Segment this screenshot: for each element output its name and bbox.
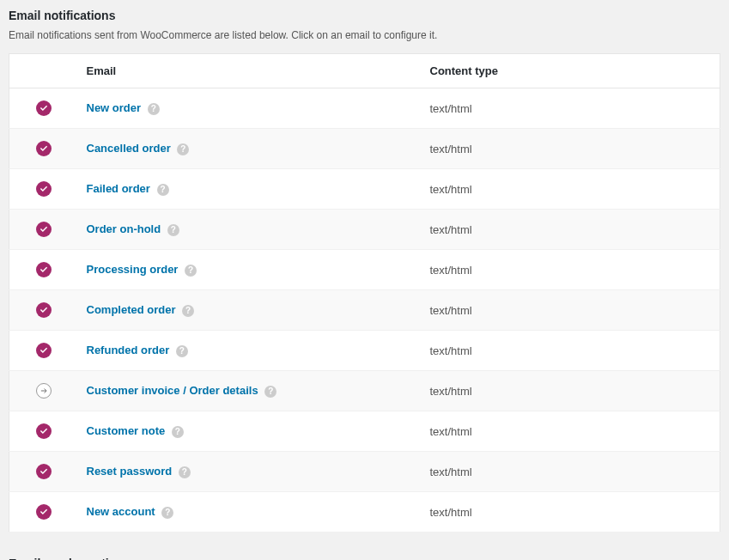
email-link[interactable]: New order [87,101,142,114]
content-type-cell: text/html [422,88,720,129]
arrow-right-icon [36,383,52,399]
status-cell [9,88,78,129]
email-cell: Refunded order ? [78,331,422,371]
status-cell [9,129,78,169]
email-cell: Processing order ? [78,250,422,290]
table-row: Customer note ?text/html [9,411,720,452]
help-icon[interactable]: ? [185,265,197,277]
content-type-cell: text/html [422,129,720,169]
email-notifications-table: Email Content type New order ?text/html … [9,53,720,533]
help-icon[interactable]: ? [177,143,189,155]
content-type-cell: text/html [422,290,720,331]
column-header-content-type: Content type [422,54,720,88]
table-row: Reset password ?text/html [9,452,720,492]
email-cell: Failed order ? [78,169,422,210]
email-cell: New account ? [78,492,422,533]
help-icon[interactable]: ? [167,224,179,236]
help-icon[interactable]: ? [179,466,191,478]
status-cell [9,210,78,250]
help-icon[interactable]: ? [176,345,188,357]
check-icon [36,100,52,116]
help-icon[interactable]: ? [264,386,276,398]
table-row: Completed order ?text/html [9,290,720,331]
status-cell [9,250,78,290]
check-icon [36,464,52,479]
email-link[interactable]: Order on-hold [87,222,161,235]
table-row: Processing order ?text/html [9,250,720,290]
status-cell [9,169,78,210]
email-link[interactable]: New account [87,505,155,518]
content-type-cell: text/html [422,492,720,533]
check-icon [36,504,52,520]
email-link[interactable]: Customer invoice / Order details [87,384,258,397]
table-row: Refunded order ?text/html [9,331,720,371]
check-icon [36,222,52,237]
help-icon[interactable]: ? [182,305,194,317]
email-link[interactable]: Cancelled order [87,142,171,155]
content-type-cell: text/html [422,210,720,250]
table-row: New order ?text/html [9,88,720,129]
email-cell: Customer invoice / Order details ? [78,371,422,411]
email-link[interactable]: Customer note [87,424,166,437]
check-icon [36,302,52,318]
email-cell: Customer note ? [78,411,422,452]
column-header-email: Email [78,54,422,88]
status-cell [9,452,78,492]
help-icon[interactable]: ? [172,426,184,438]
table-row: Failed order ?text/html [9,169,720,210]
status-cell [9,371,78,411]
section-title-sender-options: Email sender options [9,557,720,560]
check-icon [36,423,52,439]
email-link[interactable]: Failed order [87,182,150,195]
table-row: Customer invoice / Order details ?text/h… [9,371,720,411]
content-type-cell: text/html [422,371,720,411]
table-row: New account ?text/html [9,492,720,533]
email-cell: New order ? [78,88,422,129]
help-icon[interactable]: ? [148,103,160,115]
email-cell: Completed order ? [78,290,422,331]
check-icon [36,141,52,156]
status-cell [9,331,78,371]
check-icon [36,343,52,358]
email-link[interactable]: Processing order [87,263,179,276]
email-link[interactable]: Reset password [87,465,173,478]
email-cell: Reset password ? [78,452,422,492]
table-row: Cancelled order ?text/html [9,129,720,169]
content-type-cell: text/html [422,411,720,452]
email-link[interactable]: Completed order [87,303,176,316]
content-type-cell: text/html [422,169,720,210]
email-link[interactable]: Refunded order [87,344,170,356]
section-description: Email notifications sent from WooCommerc… [9,29,720,41]
column-header-status [9,54,78,88]
check-icon [36,181,52,197]
content-type-cell: text/html [422,331,720,371]
table-row: Order on-hold ?text/html [9,210,720,250]
status-cell [9,290,78,331]
help-icon[interactable]: ? [157,184,169,196]
content-type-cell: text/html [422,250,720,290]
email-cell: Cancelled order ? [78,129,422,169]
check-icon [36,262,52,277]
email-cell: Order on-hold ? [78,210,422,250]
help-icon[interactable]: ? [161,507,173,519]
section-title: Email notifications [9,9,720,22]
content-type-cell: text/html [422,452,720,492]
status-cell [9,411,78,452]
status-cell [9,492,78,533]
